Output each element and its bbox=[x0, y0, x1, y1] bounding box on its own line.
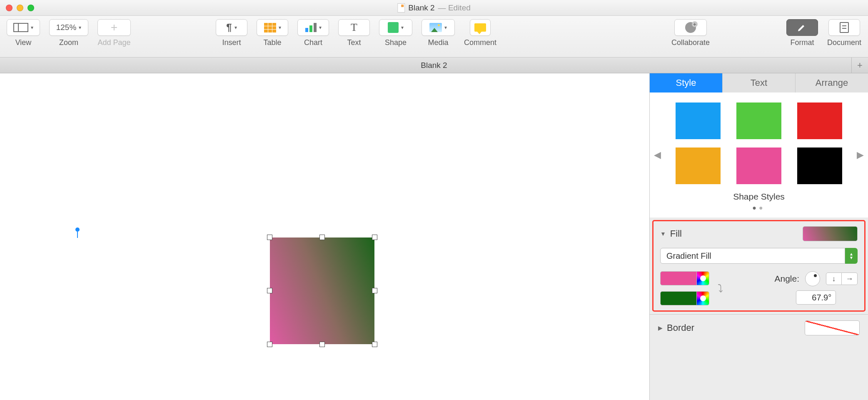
border-label: Border bbox=[667, 322, 694, 333]
style-swatch-orange[interactable] bbox=[676, 148, 721, 184]
border-section: ▶ Border bbox=[650, 314, 868, 341]
fullscreen-icon[interactable] bbox=[27, 5, 34, 11]
angle-input[interactable]: 67.9° bbox=[796, 290, 836, 305]
media-icon bbox=[429, 23, 442, 32]
stepper-arrows-icon[interactable]: ▲▼ bbox=[845, 248, 858, 264]
table-label: Table bbox=[263, 38, 281, 47]
insert-button[interactable]: ¶▾ bbox=[216, 19, 247, 36]
view-label: View bbox=[15, 38, 32, 47]
angle-down-button[interactable]: ↓ bbox=[826, 272, 842, 285]
disclosure-triangle-icon[interactable]: ▼ bbox=[660, 230, 666, 237]
shape-icon bbox=[388, 22, 399, 33]
chart-label: Chart bbox=[304, 38, 322, 47]
chevron-down-icon: ▾ bbox=[234, 25, 237, 30]
angle-label: Angle: bbox=[774, 274, 799, 284]
resize-handle-ml[interactable] bbox=[267, 288, 272, 293]
add-tab-button[interactable]: + bbox=[851, 58, 868, 73]
comment-button[interactable] bbox=[470, 19, 491, 36]
styles-prev-icon[interactable]: ◀ bbox=[654, 150, 661, 160]
minimize-icon[interactable] bbox=[17, 5, 23, 11]
fill-type-select[interactable]: Gradient Fill ▲▼ bbox=[660, 248, 858, 264]
stop1-color-well[interactable] bbox=[660, 271, 697, 285]
fill-label: Fill bbox=[670, 228, 682, 239]
resize-handle-tl[interactable] bbox=[267, 235, 272, 240]
table-button[interactable]: ▾ bbox=[257, 19, 288, 36]
disclosure-triangle-icon[interactable]: ▶ bbox=[658, 325, 663, 331]
plus-icon: + bbox=[111, 21, 117, 34]
insertion-point bbox=[75, 228, 80, 232]
selected-shape[interactable] bbox=[270, 238, 374, 344]
stop2-color-picker-icon[interactable] bbox=[697, 291, 709, 305]
tab-text[interactable]: Text bbox=[723, 73, 796, 92]
brush-icon bbox=[797, 23, 808, 32]
document-button[interactable] bbox=[828, 19, 860, 36]
format-label: Format bbox=[790, 38, 814, 47]
add-page-button[interactable]: + bbox=[97, 19, 131, 36]
doc-name: Blank 2 bbox=[408, 3, 434, 12]
document-label: Document bbox=[827, 38, 861, 47]
resize-handle-mr[interactable] bbox=[372, 288, 377, 293]
fill-preview[interactable] bbox=[803, 226, 858, 241]
toolbar: ▾ View 125%▾ Zoom + Add Page ¶▾ Insert ▾… bbox=[0, 16, 868, 58]
paragraph-icon: ¶ bbox=[226, 22, 232, 33]
titlebar: Blank 2 — Edited bbox=[0, 0, 868, 16]
style-swatch-pink[interactable] bbox=[736, 148, 781, 184]
chevron-down-icon: ▾ bbox=[79, 25, 81, 30]
tab-title[interactable]: Blank 2 bbox=[421, 61, 447, 70]
chevron-down-icon: ▾ bbox=[279, 25, 281, 30]
gradient-stop-1 bbox=[660, 271, 709, 285]
chevron-down-icon: ▾ bbox=[31, 25, 33, 30]
style-swatch-green[interactable] bbox=[736, 102, 781, 139]
zoom-button[interactable]: 125%▾ bbox=[49, 19, 88, 36]
collaborate-button[interactable] bbox=[674, 19, 707, 36]
collaborate-icon bbox=[685, 22, 696, 33]
angle-knob[interactable] bbox=[805, 271, 820, 286]
window-title: Blank 2 — Edited bbox=[397, 3, 471, 12]
tab-style[interactable]: Style bbox=[650, 73, 723, 92]
style-swatch-red[interactable] bbox=[797, 102, 842, 139]
chevron-down-icon: ▾ bbox=[319, 25, 322, 30]
insert-label: Insert bbox=[222, 38, 241, 47]
document-icon bbox=[840, 22, 849, 33]
resize-handle-tm[interactable] bbox=[319, 235, 325, 240]
close-icon[interactable] bbox=[6, 5, 12, 11]
media-button[interactable]: ▾ bbox=[422, 19, 455, 36]
comment-icon bbox=[474, 23, 486, 32]
comment-label: Comment bbox=[464, 38, 496, 47]
angle-right-button[interactable]: → bbox=[842, 272, 858, 285]
resize-handle-br[interactable] bbox=[372, 342, 377, 347]
style-swatch-black[interactable] bbox=[797, 148, 842, 184]
chevron-down-icon: ▾ bbox=[444, 25, 447, 30]
fill-section: ▼ Fill Gradient Fill ▲▼ bbox=[652, 220, 866, 312]
border-preview[interactable] bbox=[805, 320, 860, 335]
view-button[interactable]: ▾ bbox=[7, 19, 40, 36]
swap-stops-icon[interactable]: ⤵ bbox=[718, 282, 723, 295]
format-button[interactable] bbox=[786, 19, 818, 36]
page-dots[interactable]: ●● bbox=[658, 204, 860, 212]
stop1-color-picker-icon[interactable] bbox=[697, 271, 709, 285]
styles-next-icon[interactable]: ▶ bbox=[857, 150, 864, 160]
resize-handle-tr[interactable] bbox=[372, 235, 377, 240]
style-swatch-blue[interactable] bbox=[676, 102, 721, 139]
zoom-label: Zoom bbox=[59, 38, 78, 47]
stop2-color-well[interactable] bbox=[660, 291, 697, 305]
tab-bar: Blank 2 + bbox=[0, 58, 868, 73]
table-icon bbox=[264, 23, 276, 32]
format-sidebar: Style Text Arrange ◀ ▶ Shape Styles ●● ▼… bbox=[650, 73, 868, 400]
gradient-stop-2 bbox=[660, 291, 709, 305]
add-page-label: Add Page bbox=[97, 38, 130, 47]
resize-handle-bl[interactable] bbox=[267, 342, 272, 347]
zoom-value: 125% bbox=[56, 23, 77, 32]
shape-label: Shape bbox=[385, 38, 407, 47]
resize-handle-bm[interactable] bbox=[319, 342, 325, 347]
canvas[interactable] bbox=[0, 73, 650, 400]
tab-arrange[interactable]: Arrange bbox=[796, 73, 868, 92]
text-label: Text bbox=[347, 38, 361, 47]
chart-button[interactable]: ▾ bbox=[297, 19, 329, 36]
shape-button[interactable]: ▾ bbox=[379, 19, 412, 36]
shape-styles-title: Shape Styles bbox=[658, 192, 860, 202]
main-area: Style Text Arrange ◀ ▶ Shape Styles ●● ▼… bbox=[0, 73, 868, 400]
text-button[interactable]: T bbox=[338, 19, 370, 36]
fill-type-value: Gradient Fill bbox=[666, 251, 711, 261]
shape-styles-panel: ◀ ▶ Shape Styles ●● bbox=[650, 92, 868, 218]
